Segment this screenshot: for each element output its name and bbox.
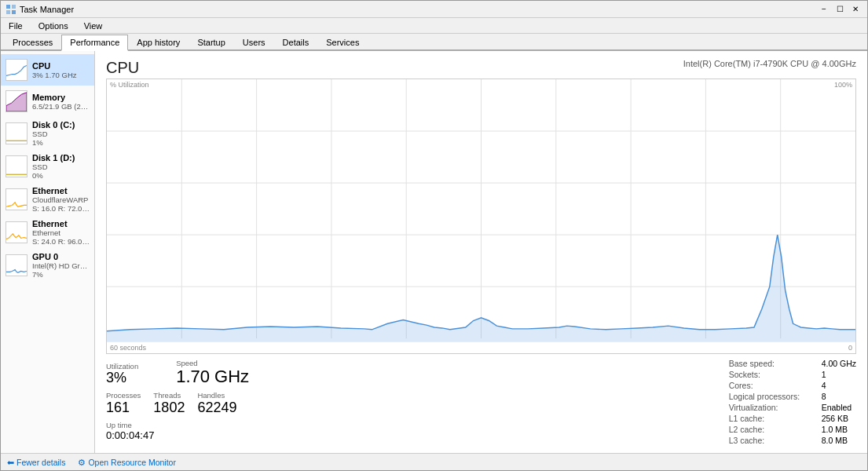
sidebar-item-ethernet2[interactable]: Ethernet Ethernet S: 24.0 R: 96.0 Kbps (1, 216, 94, 249)
ethernet1-info: Ethernet CloudflareWARP S: 16.0 R: 72.0 … (32, 186, 90, 213)
speed-value: 1.70 GHz (176, 367, 249, 386)
minimize-button[interactable]: − (817, 3, 831, 16)
threads-label: Threads (153, 391, 185, 400)
l2-label: L2 cache: (729, 425, 815, 434)
fewer-details-link[interactable]: ⬅ Fewer details (7, 458, 65, 467)
l3-value: 8.0 MB (822, 436, 848, 445)
stats-row: Utilization 3% Speed 1.70 GHz Processes … (106, 359, 856, 445)
disk1-sub2: 0% (32, 171, 90, 180)
ethernet1-sub2: S: 16.0 R: 72.0 Kbps (32, 204, 90, 213)
tab-users[interactable]: Users (234, 35, 274, 49)
open-resource-monitor-link[interactable]: ⚙ Open Resource Monitor (78, 458, 175, 467)
menu-view[interactable]: View (79, 20, 108, 32)
tab-startup[interactable]: Startup (189, 35, 233, 49)
ethernet1-thumb (5, 188, 27, 210)
disk1-sub1: SSD (32, 162, 90, 171)
sidebar-item-cpu[interactable]: CPU 3% 1.70 GHz (1, 54, 94, 86)
bottom-bar: ⬅ Fewer details ⚙ Open Resource Monitor (1, 453, 867, 470)
gpu0-info: GPU 0 Intel(R) HD Graphi... 7% (32, 252, 90, 279)
sockets-row: Sockets: 1 (729, 370, 856, 379)
ethernet2-label: Ethernet (32, 219, 90, 228)
sidebar-item-ethernet1[interactable]: Ethernet CloudflareWARP S: 16.0 R: 72.0 … (1, 183, 94, 216)
utilization-group: Utilization 3% (106, 362, 138, 386)
utilization-value: 3% (106, 371, 138, 386)
tab-services[interactable]: Services (317, 35, 368, 49)
tab-details[interactable]: Details (274, 35, 318, 49)
l3-label: L3 cache: (729, 436, 815, 445)
window-title: Task Manager (20, 5, 74, 14)
sidebar-item-disk0[interactable]: Disk 0 (C:) SSD 1% (1, 117, 94, 150)
graph-min-label: 0 (848, 344, 852, 352)
disk0-sub2: 1% (32, 138, 90, 147)
graph-time-label: 60 seconds (110, 344, 146, 352)
svg-rect-4 (6, 60, 27, 80)
ethernet2-sub2: S: 24.0 R: 96.0 Kbps (32, 237, 90, 246)
l1-value: 256 KB (822, 414, 848, 423)
graph-y-label: % Utilization (110, 81, 149, 89)
virt-label: Virtualization: (729, 403, 815, 412)
maximize-button[interactable]: ☐ (833, 3, 847, 16)
tab-performance[interactable]: Performance (61, 35, 128, 51)
cores-label: Cores: (729, 381, 815, 390)
base-speed-value: 4.00 GHz (822, 359, 856, 368)
menu-options[interactable]: Options (34, 20, 73, 32)
svg-rect-8 (6, 189, 27, 210)
uptime-group: Up time 0:00:04:47 (106, 421, 729, 441)
cpu-thumb (5, 59, 27, 81)
disk0-sub1: SSD (32, 130, 90, 138)
graph-svg (107, 79, 855, 353)
menu-file[interactable]: File (4, 20, 27, 32)
ethernet1-label: Ethernet (32, 186, 90, 195)
sidebar-item-memory[interactable]: Memory 6.5/21.9 GB (27%) (1, 86, 94, 117)
sidebar-item-disk1[interactable]: Disk 1 (D:) SSD 0% (1, 150, 94, 183)
gpu0-label: GPU 0 (32, 252, 90, 261)
logical-label: Logical processors: (729, 392, 815, 401)
fewer-details-label: Fewer details (16, 458, 65, 467)
resource-monitor-icon: ⚙ (78, 458, 86, 467)
svg-rect-0 (6, 5, 10, 9)
memory-label: Memory (32, 93, 90, 102)
fewer-details-icon: ⬅ (7, 458, 14, 467)
processes-value: 161 (106, 400, 141, 416)
svg-rect-3 (12, 10, 16, 14)
ethernet2-info: Ethernet Ethernet S: 24.0 R: 96.0 Kbps (32, 219, 90, 246)
disk1-label: Disk 1 (D:) (32, 153, 90, 162)
main-content: CPU 3% 1.70 GHz Memory 6.5/21.9 GB (27%) (1, 51, 867, 453)
sidebar-item-gpu0[interactable]: GPU 0 Intel(R) HD Graphi... 7% (1, 249, 94, 282)
virt-value: Enabled (822, 403, 852, 412)
cores-row: Cores: 4 (729, 381, 856, 390)
svg-rect-9 (6, 222, 27, 243)
tab-app-history[interactable]: App history (128, 35, 189, 49)
svg-rect-1 (12, 5, 16, 9)
ethernet1-sub1: CloudflareWARP (32, 195, 90, 204)
cpu-label: CPU (32, 61, 90, 71)
l1-label: L1 cache: (729, 414, 815, 423)
disk0-info: Disk 0 (C:) SSD 1% (32, 120, 90, 147)
panel-header: CPU Intel(R) Core(TM) i7-4790K CPU @ 4.0… (106, 59, 856, 77)
ethernet2-sub1: Ethernet (32, 228, 90, 237)
svg-rect-10 (6, 255, 27, 276)
gpu0-sub1: Intel(R) HD Graphi... (32, 261, 90, 270)
virt-row: Virtualization: Enabled (729, 403, 856, 412)
disk1-thumb (5, 155, 27, 177)
tab-processes[interactable]: Processes (4, 35, 61, 49)
content-panel: CPU Intel(R) Core(TM) i7-4790K CPU @ 4.0… (95, 51, 867, 453)
app-icon (5, 4, 16, 15)
base-speed-row: Base speed: 4.00 GHz (729, 359, 856, 368)
disk0-label: Disk 0 (C:) (32, 120, 90, 130)
handles-label: Handles (197, 391, 236, 400)
disk0-thumb (5, 122, 27, 144)
open-resource-label: Open Resource Monitor (88, 458, 175, 467)
tab-bar: Processes Performance App history Startu… (1, 34, 867, 51)
l2-value: 1.0 MB (822, 425, 848, 434)
cpu-info: CPU 3% 1.70 GHz (32, 61, 90, 79)
logical-row: Logical processors: 8 (729, 392, 856, 401)
l2-row: L2 cache: 1.0 MB (729, 425, 856, 434)
svg-rect-7 (6, 156, 27, 177)
svg-rect-2 (6, 10, 10, 14)
cores-value: 4 (822, 381, 826, 390)
ethernet2-thumb (5, 221, 27, 243)
memory-info: Memory 6.5/21.9 GB (27%) (32, 93, 90, 111)
uptime-value: 0:00:04:47 (106, 429, 729, 441)
close-button[interactable]: ✕ (848, 3, 863, 16)
